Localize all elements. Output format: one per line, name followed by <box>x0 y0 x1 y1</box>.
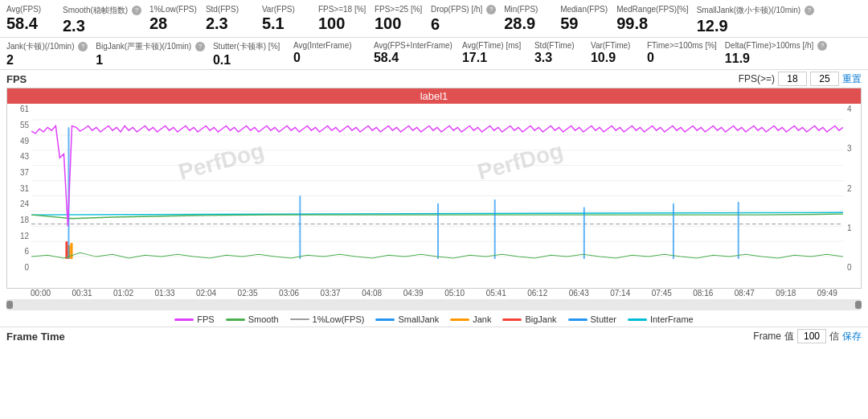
scrollbar[interactable] <box>6 299 862 310</box>
legend-stutter: Stutter <box>568 314 616 324</box>
xaxis-4: 02:04 <box>196 289 216 298</box>
bigjank-legend-label: BigJank <box>525 314 556 324</box>
chart-yaxis-right: 4 3 2 1 0 <box>845 105 861 272</box>
1pctlow-legend-label: 1%Low(FPS) <box>313 314 365 324</box>
fps-legend-label: FPS <box>197 314 214 324</box>
y-label-31: 31 <box>20 184 29 193</box>
y-label-12: 12 <box>20 232 29 240</box>
y-label-18: 18 <box>20 216 29 224</box>
stutter-legend-label: Stutter <box>591 314 616 324</box>
metric-drop-fps-label: Drop(FPS) [/h] ? <box>431 5 496 14</box>
metric-var-fps: Var(FPS) 5.1 <box>262 5 318 35</box>
metrics-row2: Jank(卡顿)(/10min) ? 2 BigJank(严重卡顿)(/10mi… <box>0 38 868 70</box>
y-right-1: 1 <box>847 224 852 232</box>
metric-ftime-100ms: FTime>=100ms [%] 0 <box>647 41 725 68</box>
xaxis-5: 02:35 <box>238 289 258 298</box>
metric-fps18: FPS>=18 [%] 100 <box>318 5 375 35</box>
metric-avg-ftime-value: 17.1 <box>462 50 487 65</box>
scrollbar-thumb-right[interactable] <box>855 301 862 309</box>
metric-var-fps-value: 5.1 <box>262 14 285 33</box>
stutter-legend-line <box>568 318 588 321</box>
y-right-2: 2 <box>847 184 852 193</box>
metric-stutter-value: 0.1 <box>213 52 231 68</box>
y-label-37: 37 <box>20 168 29 177</box>
metric-avg-fps-interframe: Avg(FPS+InterFrame) 58.4 <box>374 41 462 68</box>
metric-avg-fps-value: 58.4 <box>6 14 38 33</box>
frame-time-unit: 信 <box>829 330 839 343</box>
y-label-24: 24 <box>20 199 29 208</box>
xaxis-17: 08:47 <box>735 289 755 298</box>
xaxis-8: 04:08 <box>362 289 382 298</box>
metric-fps25-value: 100 <box>375 14 401 33</box>
metric-1pct-low-value: 28 <box>149 14 167 33</box>
xaxis-7: 03:37 <box>321 289 341 298</box>
metric-jank: Jank(卡顿)(/10min) ? 2 <box>6 41 96 68</box>
scrollbar-thumb-left[interactable] <box>6 301 13 309</box>
jank-help-icon[interactable]: ? <box>78 42 88 51</box>
drop-fps-help-icon[interactable]: ? <box>486 5 496 14</box>
xaxis-10: 05:10 <box>444 289 465 298</box>
xaxis-6: 03:06 <box>279 289 299 298</box>
metric-min-fps-value: 28.9 <box>504 14 535 33</box>
xaxis-18: 09:18 <box>776 289 796 298</box>
metric-delta-ftime: Delta(FTime)>100ms [/h] ? 11.9 <box>725 41 835 68</box>
metric-avg-fps-label: Avg(FPS) <box>6 5 41 14</box>
metric-ftime-100ms-value: 0 <box>647 50 654 65</box>
metric-median-fps-label: Median(FPS) <box>560 5 608 14</box>
y-right-0: 0 <box>847 263 852 272</box>
metric-var-fps-label: Var(FPS) <box>262 5 295 14</box>
chart-yaxis-left: 61 55 49 43 37 31 24 18 12 6 0 <box>7 105 31 272</box>
metric-smalljank-label: SmallJank(微小卡顿)(/10min) ? <box>697 5 814 16</box>
legend-area: FPS Smooth 1%Low(FPS) SmallJank Jank Big… <box>0 312 868 327</box>
metric-medrange-label: MedRange(FPS)[%] <box>616 5 688 14</box>
metric-avg-interframe-label: Avg(InterFrame) <box>293 41 352 50</box>
frame-time-input[interactable] <box>797 329 826 343</box>
svg-rect-13 <box>70 243 72 259</box>
metric-std-ftime-label: Std(FTime) <box>534 41 575 50</box>
y-label-49: 49 <box>20 137 29 146</box>
legend-interframe: InterFrame <box>628 314 694 324</box>
metric-var-ftime-label: Var(FTime) <box>591 41 630 50</box>
fps-input-2[interactable] <box>810 72 839 86</box>
chart-inner <box>31 105 843 272</box>
frame-time-save[interactable]: 保存 <box>842 330 862 343</box>
fps-input-1[interactable] <box>778 72 807 86</box>
xaxis-19: 09:49 <box>817 289 837 298</box>
frame-time-controls: Frame 值 信 保存 <box>753 329 862 343</box>
frame-time-title: Frame Time <box>6 331 65 343</box>
y-label-55: 55 <box>20 121 29 129</box>
fps-reset-button[interactable]: 重置 <box>842 72 862 86</box>
metric-median-fps-value: 59 <box>560 14 578 33</box>
metric-std-ftime-value: 3.3 <box>534 50 552 65</box>
svg-rect-19 <box>583 207 585 259</box>
metric-median-fps: Median(FPS) 59 <box>560 5 616 35</box>
xaxis-2: 01:02 <box>113 289 133 298</box>
smalljank-help-icon[interactable]: ? <box>805 6 814 15</box>
svg-rect-17 <box>437 203 439 259</box>
chart-header: FPS FPS(>=) 重置 <box>0 70 868 88</box>
smooth-legend-label: Smooth <box>248 314 279 324</box>
xaxis-13: 06:43 <box>569 289 589 298</box>
metric-fps25-label: FPS>=25 [%] <box>375 5 422 14</box>
metric-jank-value: 2 <box>6 52 14 68</box>
legend-smalljank: SmallJank <box>375 314 439 324</box>
y-right-4: 4 <box>847 105 852 113</box>
metric-std-fps-value: 2.3 <box>206 14 228 33</box>
frame-time-label: Frame <box>753 331 781 342</box>
xaxis-14: 07:14 <box>610 289 630 298</box>
xaxis-16: 08:16 <box>693 289 713 298</box>
xaxis-12: 06:12 <box>527 289 547 298</box>
fps-legend-line <box>174 318 194 321</box>
metric-jank-label: Jank(卡顿)(/10min) ? <box>6 41 88 52</box>
metric-fps18-label: FPS>=18 [%] <box>318 5 366 14</box>
metric-var-ftime-value: 10.9 <box>591 50 616 65</box>
fps-ge-label: FPS(>=) <box>739 73 775 84</box>
metric-bigjank: BigJank(严重卡顿)(/10min) ? 1 <box>96 41 213 68</box>
smooth-help-icon[interactable]: ? <box>132 6 141 15</box>
delta-ftime-help-icon[interactable]: ? <box>817 41 827 51</box>
metric-std-ftime: Std(FTime) 3.3 <box>534 41 591 68</box>
legend-bigjank: BigJank <box>502 314 556 324</box>
y-label-6: 6 <box>24 247 29 256</box>
legend-fps: FPS <box>174 314 214 324</box>
bigjank-help-icon[interactable]: ? <box>195 42 205 51</box>
